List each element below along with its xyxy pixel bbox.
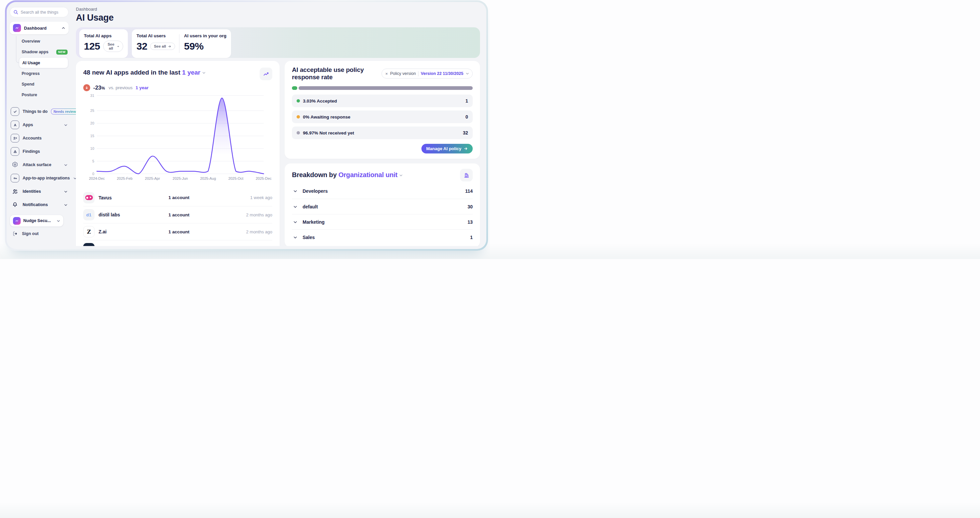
period-dropdown[interactable]: 1 year (182, 69, 206, 76)
policy-card-title: AI acceptable use policy response rate (292, 66, 382, 81)
breakdown-rows: Developers 114 default 30 (292, 183, 473, 245)
things-to-do-label: Things to do (23, 109, 48, 114)
chevron-down-icon[interactable] (293, 205, 297, 209)
chevron-down-icon[interactable] (293, 235, 297, 239)
delta-value: -23 (93, 84, 102, 91)
sidebar: Dashboard Overview Shadow apps NEW AI Us… (7, 2, 72, 249)
svg-text:10: 10 (90, 146, 94, 151)
svg-text:15: 15 (90, 134, 94, 138)
divider (418, 71, 418, 76)
accepted-row: 3.03% Accepted 1 (292, 95, 473, 107)
close-icon[interactable]: × (385, 72, 388, 76)
sidebar-item-attack-surface[interactable]: Attack surface (10, 158, 68, 172)
check-square-icon (11, 107, 19, 116)
clipped-app-logo-icon: D” (83, 243, 94, 246)
sidebar-item-progress[interactable]: Progress (10, 68, 68, 79)
total-ai-apps-label: Total AI apps (84, 33, 123, 38)
total-ai-users-value: 32 (137, 41, 147, 52)
sign-out-button[interactable]: Sign out (10, 231, 68, 237)
svg-text:2024-Dec: 2024-Dec (89, 176, 105, 180)
tavus-logo-icon (83, 192, 94, 203)
search-icon (13, 10, 18, 15)
dashboard-sub-menu: Overview Shadow apps NEW AI Usage Progre… (10, 36, 68, 100)
recent-ai-apps-list: Tavus 1 account 1 week ago d1 distil lab… (83, 189, 272, 246)
delta-period[interactable]: 1 year (135, 85, 148, 90)
breakdown-title: Breakdown by Organizational unit (292, 171, 403, 179)
svg-text:31: 31 (90, 94, 94, 97)
total-ai-users-block: Total AI users 32 See all (137, 33, 175, 54)
svg-text:2025-Dec: 2025-Dec (256, 176, 272, 180)
ai-apps-line-chart: 0510152025312024-Dec2025-Feb2025-Apr2025… (83, 93, 272, 182)
identities-label: Identities (23, 189, 41, 194)
app-row-clipped[interactable]: D” Udio 1 account 2 months ago (83, 240, 272, 246)
arrow-right-icon (117, 44, 119, 48)
progress-segment (299, 86, 473, 90)
svg-text:2025-Aug: 2025-Aug (200, 176, 216, 180)
svg-text:25: 25 (90, 108, 94, 113)
sidebar-sections: Things to do Needs review Apps (10, 105, 68, 211)
apps-icon (11, 121, 19, 129)
sidebar-item-app-to-app-integrations[interactable]: App-to-app integrations (10, 172, 68, 185)
chevron-down-icon (64, 123, 68, 127)
chevron-down-icon (57, 219, 60, 223)
see-all-apps-button[interactable]: See all (103, 41, 123, 52)
trending-up-icon (263, 71, 269, 77)
not-received-count: 32 (463, 130, 468, 135)
chevron-down-icon[interactable] (293, 189, 297, 193)
delta-row: -23% vs. previous 1 year (83, 84, 272, 91)
svg-text:20: 20 (90, 121, 94, 125)
app-row-distil-labs[interactable]: d1 distil labs 1 account 2 months ago (83, 206, 272, 223)
overview-label: Overview (22, 39, 40, 44)
breakdown-dimension-dropdown[interactable]: Organizational unit (339, 171, 403, 178)
see-all-users-button[interactable]: See all (150, 43, 175, 50)
breakdown-row-marketing[interactable]: Marketing 13 (292, 214, 473, 229)
z-ai-logo-icon: Z (83, 226, 94, 237)
chart-plot: 0510152025312024-Dec2025-Feb2025-Apr2025… (83, 93, 272, 182)
sidebar-item-ai-usage[interactable]: AI Usage (19, 57, 68, 68)
sidebar-item-findings[interactable]: Findings (10, 145, 68, 158)
key-icon (11, 174, 19, 183)
new-ai-apps-card: 48 new AI apps added in the last 1 year (76, 61, 280, 246)
total-ai-apps-value: 125 (84, 41, 100, 52)
breadcrumb: Dashboard (76, 7, 480, 12)
sidebar-item-things-to-do[interactable]: Things to do Needs review (10, 105, 68, 118)
global-search[interactable] (10, 7, 68, 17)
sidebar-item-dashboard[interactable]: Dashboard (10, 22, 68, 34)
progress-label: Progress (22, 71, 40, 76)
app-window-frame: Dashboard Overview Shadow apps NEW AI Us… (5, 0, 488, 251)
attack-surface-label: Attack surface (23, 162, 51, 167)
stats-band: Total AI apps 125 See all Total AI users… (76, 27, 480, 58)
breakdown-row-developers[interactable]: Developers 114 (292, 183, 473, 199)
chevron-down-icon (202, 71, 206, 75)
manage-ai-policy-button[interactable]: Manage AI policy (422, 144, 473, 154)
policy-version-filter-chip[interactable]: × Policy version Version 22 11/30/2025 (382, 68, 473, 79)
sidebar-item-accounts[interactable]: Accounts (10, 132, 68, 145)
arrow-right-icon (464, 146, 468, 151)
org-switcher[interactable]: Nudge Secu... (10, 215, 64, 227)
breakdown-row-sales[interactable]: Sales 1 (292, 229, 473, 245)
chevron-down-icon[interactable] (293, 220, 297, 224)
app-row-tavus[interactable]: Tavus 1 account 1 week ago (83, 189, 272, 206)
sidebar-item-notifications[interactable]: Notifications (10, 198, 68, 211)
arrow-down-circle-icon (83, 84, 90, 91)
chart-type-button[interactable] (259, 68, 272, 80)
org-logo-icon (13, 217, 21, 225)
sidebar-item-identities[interactable]: Identities (10, 185, 68, 198)
app-row-z-ai[interactable]: Z Z.ai 1 account 2 months ago (83, 223, 272, 240)
org-unit-view-button[interactable] (460, 169, 473, 181)
accepted-count: 1 (465, 98, 468, 103)
sidebar-item-spend[interactable]: Spend (10, 79, 68, 89)
chevron-down-icon (64, 203, 68, 207)
ai-usage-label: AI Usage (22, 60, 40, 65)
notifications-label: Notifications (23, 202, 48, 207)
search-input[interactable] (21, 10, 65, 15)
breakdown-row-default[interactable]: default 30 (292, 199, 473, 214)
contact-card-icon (11, 134, 19, 143)
sidebar-item-posture[interactable]: Posture (10, 89, 68, 100)
total-ai-users-card: Total AI users 32 See all AI users in yo… (132, 29, 231, 58)
sidebar-item-apps[interactable]: Apps (10, 118, 68, 132)
sign-out-label: Sign out (22, 231, 39, 236)
policy-response-card: AI acceptable use policy response rate ×… (285, 61, 480, 159)
divider (179, 34, 180, 53)
warning-triangle-icon (11, 147, 19, 156)
